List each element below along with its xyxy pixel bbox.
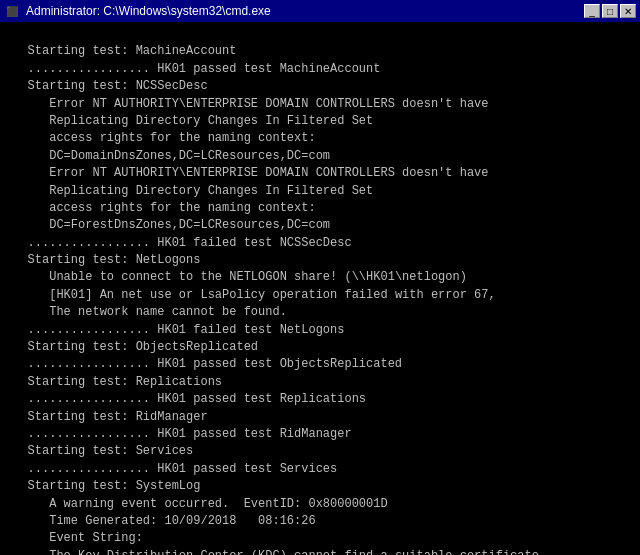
title-bar-left: ⬛ Administrator: C:\Windows\system32\cmd… — [4, 3, 271, 19]
console-line: DC=ForestDnsZones,DC=LCResources,DC=com — [6, 217, 634, 234]
console-line: Starting test: MachineAccount — [6, 43, 634, 60]
console-line: The Key Distribution Center (KDC) cannot… — [6, 548, 634, 555]
console-line: ................. HK01 passed test Repli… — [6, 391, 634, 408]
console-line: Starting test: RidManager — [6, 409, 634, 426]
console-line: access rights for the naming context: — [6, 130, 634, 147]
console-line: Time Generated: 10/09/2018 08:16:26 — [6, 513, 634, 530]
console-line: A warning event occurred. EventID: 0x800… — [6, 496, 634, 513]
close-button[interactable]: ✕ — [620, 4, 636, 18]
cmd-icon: ⬛ — [4, 3, 20, 19]
console-line: ................. HK01 failed test NCSSe… — [6, 235, 634, 252]
console-line: Starting test: ObjectsReplicated — [6, 339, 634, 356]
console-line: ................. HK01 failed test NetLo… — [6, 322, 634, 339]
console-line: Starting test: SystemLog — [6, 478, 634, 495]
console-line: Starting test: NCSSecDesc — [6, 78, 634, 95]
console-line: Starting test: NetLogons — [6, 252, 634, 269]
console-line: Replicating Directory Changes In Filtere… — [6, 183, 634, 200]
console-line: access rights for the naming context: — [6, 200, 634, 217]
console-output: Starting test: MachineAccount ..........… — [0, 22, 640, 555]
console-line: [HK01] An net use or LsaPolicy operation… — [6, 287, 634, 304]
console-line: Error NT AUTHORITY\ENTERPRISE DOMAIN CON… — [6, 96, 634, 113]
console-line: DC=DomainDnsZones,DC=LCResources,DC=com — [6, 148, 634, 165]
console-line: Event String: — [6, 530, 634, 547]
console-line: ................. HK01 passed test Servi… — [6, 461, 634, 478]
minimize-button[interactable]: _ — [584, 4, 600, 18]
console-line: Unable to connect to the NETLOGON share!… — [6, 269, 634, 286]
window-title: Administrator: C:\Windows\system32\cmd.e… — [26, 4, 271, 18]
console-line: Error NT AUTHORITY\ENTERPRISE DOMAIN CON… — [6, 165, 634, 182]
console-line: Starting test: Replications — [6, 374, 634, 391]
title-bar-buttons: _ □ ✕ — [584, 4, 636, 18]
console-line: ................. HK01 passed test Objec… — [6, 356, 634, 373]
console-line: Replicating Directory Changes In Filtere… — [6, 113, 634, 130]
maximize-button[interactable]: □ — [602, 4, 618, 18]
console-line: The network name cannot be found. — [6, 304, 634, 321]
title-bar: ⬛ Administrator: C:\Windows\system32\cmd… — [0, 0, 640, 22]
console-line: Starting test: Services — [6, 443, 634, 460]
console-line: ................. HK01 passed test Machi… — [6, 61, 634, 78]
console-line: ................. HK01 passed test RidMa… — [6, 426, 634, 443]
